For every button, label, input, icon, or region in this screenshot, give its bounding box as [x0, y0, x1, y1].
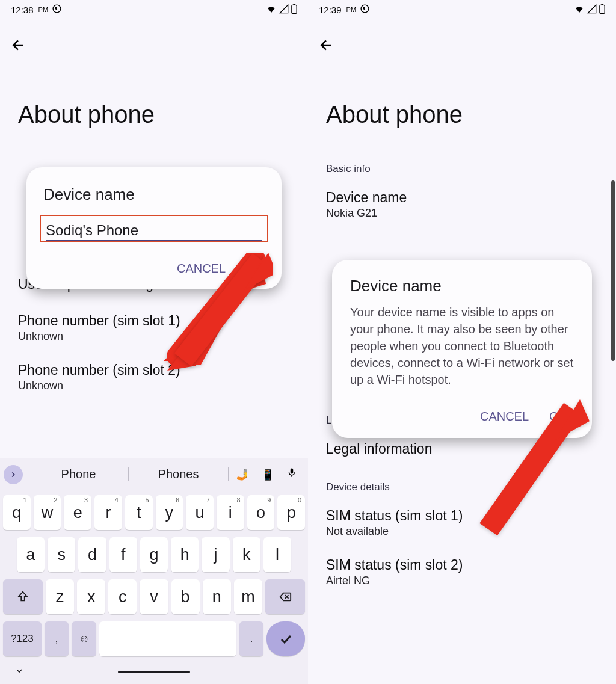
comma-key[interactable]: , [45, 621, 69, 656]
key-w[interactable]: w2 [34, 495, 61, 530]
svg-point-0 [53, 5, 61, 13]
key-c[interactable]: c [108, 579, 137, 614]
enter-key[interactable] [266, 621, 305, 656]
keyboard-row-2: asdfghjkl [0, 534, 308, 576]
key-d[interactable]: d [78, 537, 106, 572]
mic-icon[interactable] [286, 466, 297, 482]
dialog-title: Device name [350, 277, 574, 295]
key-m[interactable]: m [234, 579, 262, 614]
space-key[interactable] [99, 621, 236, 656]
key-o[interactable]: o9 [247, 495, 275, 530]
nav-bar [0, 660, 308, 684]
annotation-arrow [458, 397, 591, 556]
signal-icon [587, 4, 597, 16]
screenshot-right: 12:39 PM About phone Basic info Device n… [308, 0, 616, 684]
key-p[interactable]: p0 [277, 495, 305, 530]
scrollbar[interactable] [611, 180, 615, 361]
section-basic-info: Basic info [308, 158, 616, 180]
suggestion-2[interactable]: Phones [129, 467, 229, 481]
page-title: About phone [308, 59, 616, 158]
keyboard: Phone Phones 🤳 📱 q1w2e3r4t5y6u7i8o9p0 as… [0, 458, 308, 684]
emoji-key[interactable]: ☺ [72, 621, 96, 656]
keyboard-row-3: zxcvbnm [0, 576, 308, 618]
emoji-suggest-icon[interactable]: 🤳 [236, 468, 249, 481]
keyboard-row-1: q1w2e3r4t5y6u7i8o9p0 [0, 491, 308, 534]
key-e[interactable]: e3 [64, 495, 91, 530]
svg-rect-16 [601, 4, 603, 5]
status-bar: 12:39 PM [308, 0, 616, 19]
expand-icon[interactable] [4, 465, 23, 484]
page-title: About phone [0, 59, 308, 158]
suggestion-bar: Phone Phones 🤳 📱 [0, 458, 308, 491]
keyboard-row-4: ?123 , ☺ . [0, 618, 308, 660]
dialog-title: Device name [37, 185, 271, 204]
device-name-input[interactable] [46, 220, 262, 241]
status-bar: 12:38 PM [0, 0, 308, 19]
battery-icon [291, 4, 297, 16]
key-b[interactable]: b [171, 579, 200, 614]
key-j[interactable]: j [202, 537, 229, 572]
key-g[interactable]: g [140, 537, 168, 572]
wifi-icon [266, 4, 277, 16]
key-a[interactable]: a [17, 537, 45, 572]
annotation-arrow [159, 253, 267, 375]
item-subtitle: Airtel NG [326, 575, 598, 587]
key-h[interactable]: h [171, 537, 199, 572]
key-r[interactable]: r4 [94, 495, 122, 530]
backspace-key[interactable] [265, 579, 305, 614]
numbers-key[interactable]: ?123 [3, 621, 42, 656]
screenshot-left: 12:38 PM About phone User Experience Pro… [0, 0, 308, 684]
key-z[interactable]: z [46, 579, 74, 614]
key-i[interactable]: i8 [217, 495, 244, 530]
svg-line-17 [488, 409, 573, 529]
wifi-icon [574, 4, 585, 16]
key-q[interactable]: q1 [3, 495, 31, 530]
whatsapp-icon [360, 4, 370, 16]
key-k[interactable]: k [233, 537, 260, 572]
key-x[interactable]: x [77, 579, 105, 614]
svg-point-14 [361, 5, 369, 13]
key-l[interactable]: l [263, 537, 291, 572]
key-u[interactable]: u7 [186, 495, 214, 530]
key-t[interactable]: t5 [125, 495, 153, 530]
key-f[interactable]: f [109, 537, 137, 572]
key-v[interactable]: v [140, 579, 168, 614]
item-title: Device name [326, 189, 598, 206]
period-key[interactable]: . [239, 621, 264, 656]
item-subtitle: Nokia G21 [326, 207, 598, 220]
phone-suggest-icon[interactable]: 📱 [261, 468, 274, 481]
clock: 12:38 [11, 5, 34, 15]
whatsapp-icon [52, 4, 62, 16]
svg-rect-2 [293, 4, 295, 5]
hide-keyboard-icon[interactable] [14, 666, 24, 678]
back-button[interactable] [308, 19, 616, 59]
svg-line-10 [183, 260, 261, 360]
clock-pm: PM [38, 6, 49, 13]
signal-icon [279, 4, 289, 16]
device-name-item[interactable]: Device name Nokia G21 [308, 180, 616, 229]
key-n[interactable]: n [203, 579, 231, 614]
svg-rect-15 [600, 5, 605, 13]
shift-key[interactable] [3, 579, 43, 614]
battery-icon [599, 4, 605, 16]
key-s[interactable]: s [48, 537, 75, 572]
dialog-body: Your device name is visible to apps on y… [350, 304, 574, 388]
input-highlight [40, 215, 268, 242]
suggestion-1[interactable]: Phone [29, 467, 129, 481]
home-indicator[interactable] [118, 671, 190, 673]
back-button[interactable] [0, 19, 308, 59]
item-title: SIM status (sim slot 2) [326, 557, 598, 573]
key-y[interactable]: y6 [156, 495, 183, 530]
clock-pm: PM [346, 6, 357, 13]
svg-rect-1 [292, 5, 297, 13]
clock: 12:39 [319, 5, 342, 15]
